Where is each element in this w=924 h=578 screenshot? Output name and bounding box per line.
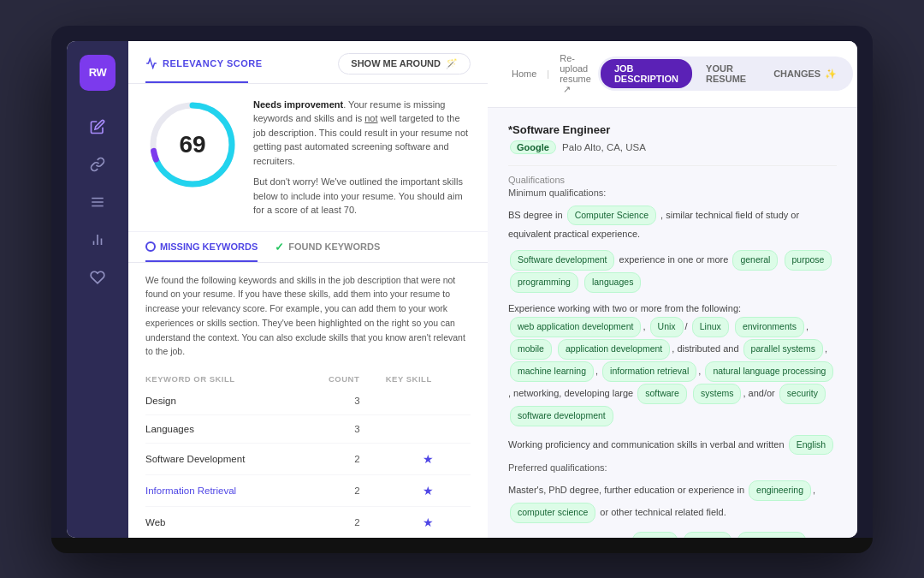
systems-tag: systems xyxy=(693,384,742,404)
right-header: Home | Re-upload resume ↗ JOB DESCRIPTIO… xyxy=(488,41,857,108)
table-row: Web2★ xyxy=(145,507,471,538)
sidebar-icon-chart[interactable] xyxy=(82,224,113,255)
tab-job-description[interactable]: JOB DESCRIPTION xyxy=(601,59,692,88)
tab-found-keywords[interactable]: ✓ FOUND KEYWORDS xyxy=(275,241,380,262)
count-cell: 3 xyxy=(329,387,386,415)
table-row: Languages3 xyxy=(145,415,471,444)
left-header: RELEVANCY SCORE SHOW ME AROUND 🪄 xyxy=(128,41,488,84)
security-tag: security xyxy=(779,384,826,404)
jd-title: *Software Engineer xyxy=(508,123,837,136)
nav-links: Home | Re-upload resume ↗ xyxy=(505,50,598,98)
masters-text: Master's, PhD degree, further education … xyxy=(508,480,837,524)
sidebar-icon-edit[interactable] xyxy=(82,111,113,142)
sw-dev-tag: Software development xyxy=(510,250,614,271)
col-count: COUNT xyxy=(329,371,386,387)
table-row: Design3 xyxy=(145,387,471,415)
keyword-cell[interactable]: Information Retrieval xyxy=(145,475,329,507)
keyword-cell[interactable]: Web xyxy=(145,507,329,538)
star-icon: ★ xyxy=(423,484,434,498)
count-cell: 2 xyxy=(329,444,386,475)
sidebar-icon-heart[interactable] xyxy=(82,262,113,293)
min-qualifications: Minimum qualifications: xyxy=(508,188,837,198)
score-number: 69 xyxy=(179,131,205,158)
key-skill-cell xyxy=(386,387,471,415)
programming-tag: programming xyxy=(510,272,578,293)
nav-reupload[interactable]: Re-upload resume ↗ xyxy=(553,50,598,98)
jd-company: Google Palo Alto, CA, USA xyxy=(508,140,837,155)
key-skill-cell: ★ xyxy=(386,444,471,475)
unix-tag: Unix xyxy=(650,317,684,337)
tab-changes[interactable]: CHANGES ✨ xyxy=(760,64,850,84)
count-cell: 2 xyxy=(329,507,386,538)
sw-dev-text: Software development experience in one o… xyxy=(508,249,837,294)
keywords-tabs: MISSING KEYWORDS ✓ FOUND KEYWORDS xyxy=(128,232,488,263)
col-keyword: KEYWORD OR SKILL xyxy=(145,371,329,387)
right-panel: Home | Re-upload resume ↗ JOB DESCRIPTIO… xyxy=(488,41,857,538)
preferred-qualifications: Preferred qualifications: xyxy=(508,462,837,473)
sidebar: RW xyxy=(67,41,128,538)
bs-degree-text: BS degree in Computer Science , similar … xyxy=(508,205,837,243)
software2-tag: software xyxy=(637,384,687,404)
linux-tag: Linux xyxy=(692,317,729,337)
missing-dot xyxy=(145,241,156,252)
wand-icon: 🪄 xyxy=(446,58,458,69)
keywords-content: We found the following keywords and skil… xyxy=(128,263,488,538)
cs2-tag: computer science xyxy=(510,503,595,523)
keywords-table: KEYWORD OR SKILL COUNT KEY SKILL Design3… xyxy=(145,371,471,537)
count-cell: 2 xyxy=(329,475,386,507)
table-row: Information Retrieval2★ xyxy=(145,475,471,507)
tab-missing-keywords[interactable]: MISSING KEYWORDS xyxy=(145,241,258,262)
star-icon: ★ xyxy=(423,515,434,529)
purpose2-tag: purpose xyxy=(684,532,732,537)
general2-tag: general xyxy=(632,532,678,537)
exp2-text: Experience working with two or more from… xyxy=(508,301,837,427)
engineering-tag: engineering xyxy=(749,480,811,501)
app-dev-tag: application development xyxy=(558,339,670,360)
main-content: RELEVANCY SCORE SHOW ME AROUND 🪄 xyxy=(128,41,857,538)
keyword-cell[interactable]: Software Development xyxy=(145,444,329,475)
nlp-tag: natural language processing xyxy=(705,361,833,382)
divider-1 xyxy=(508,165,837,166)
show-around-button[interactable]: SHOW ME AROUND 🪄 xyxy=(338,53,471,74)
score-text: Needs improvement. Your resume is missin… xyxy=(253,98,471,217)
nav-home[interactable]: Home xyxy=(505,65,543,82)
job-description-content: *Software Engineer Google Palo Alto, CA,… xyxy=(488,108,857,538)
ir-tag: information retrieval xyxy=(602,361,696,382)
key-skill-cell: ★ xyxy=(386,475,471,507)
magic-icon: ✨ xyxy=(825,69,837,80)
ml-tag: machine learning xyxy=(510,361,594,382)
sw-dev2-tag: software development xyxy=(510,406,613,426)
header-underline xyxy=(145,81,248,83)
key-skill-cell xyxy=(386,415,471,444)
mobile-tag: mobile xyxy=(510,339,552,360)
lang-exp-text: Experience with one or more general purp… xyxy=(508,531,837,537)
programming2-tag: programming xyxy=(737,532,806,537)
languages-tag: languages xyxy=(584,272,641,293)
count-cell: 3 xyxy=(329,415,386,444)
english-text: Working proficiency and communication sk… xyxy=(508,434,837,456)
relevancy-title: RELEVANCY SCORE xyxy=(163,58,263,69)
col-key-skill: KEY SKILL xyxy=(386,371,471,387)
sidebar-icon-menu[interactable] xyxy=(82,187,113,217)
parallel-tag: parallel systems xyxy=(743,339,823,360)
keywords-description: We found the following keywords and skil… xyxy=(145,273,471,360)
env-tag: environments xyxy=(735,317,804,337)
table-row: Software Development2★ xyxy=(145,444,471,475)
upload-icon: ↗ xyxy=(563,84,571,94)
score-section: 69 Needs improvement. Your resume is mis… xyxy=(128,84,488,232)
found-check: ✓ xyxy=(275,241,284,253)
general-tag: general xyxy=(732,250,778,271)
company-tag: Google xyxy=(510,140,556,154)
purpose-tag: purpose xyxy=(785,250,832,271)
score-circle: 69 xyxy=(145,98,240,192)
right-tabs: JOB DESCRIPTION YOUR RESUME CHANGES ✨ xyxy=(598,57,853,91)
left-panel: RELEVANCY SCORE SHOW ME AROUND 🪄 xyxy=(128,41,488,538)
keyword-cell[interactable]: Design xyxy=(145,387,329,415)
key-skill-cell: ★ xyxy=(386,507,471,538)
sidebar-icon-link[interactable] xyxy=(82,149,113,180)
cs-tag: Computer Science xyxy=(567,206,656,226)
sidebar-logo[interactable]: RW xyxy=(80,55,116,91)
star-icon: ★ xyxy=(423,452,434,466)
tab-your-resume[interactable]: YOUR RESUME xyxy=(692,59,760,88)
keyword-cell[interactable]: Languages xyxy=(145,415,329,444)
